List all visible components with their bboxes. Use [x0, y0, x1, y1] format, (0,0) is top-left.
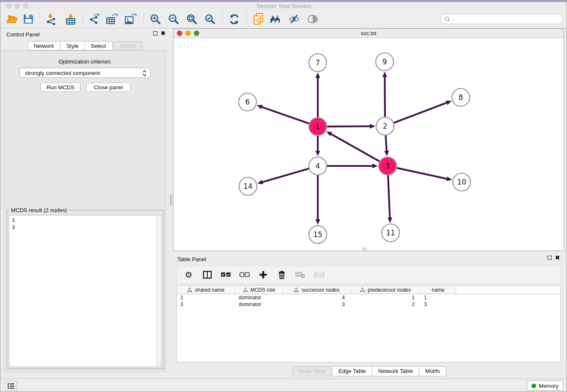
network-graph-canvas[interactable]: 7968124314101511 — [174, 38, 563, 251]
graph-node-label: 7 — [316, 58, 320, 67]
import-table-icon — [65, 13, 77, 25]
cell-successor-nodes[interactable]: 3 — [283, 301, 351, 308]
cell-shared-name[interactable]: 3 — [177, 301, 235, 308]
tab-motifs[interactable]: Motifs — [419, 366, 446, 376]
save-session-button[interactable] — [22, 13, 35, 25]
edge-1-6[interactable] — [262, 107, 309, 124]
edge-arrowhead — [257, 180, 263, 185]
tab-network-table[interactable]: Network Table — [372, 366, 419, 376]
tab-mcds[interactable]: MCDS — [114, 41, 143, 50]
criterion-select[interactable]: strongly connected component — [19, 68, 151, 78]
cell-name[interactable]: 3 — [421, 301, 456, 308]
hide-selected-button[interactable] — [287, 13, 301, 25]
column-header-name[interactable]: name — [421, 286, 456, 294]
run-mcds-button[interactable]: Run MCDS — [41, 83, 80, 92]
export-table-button[interactable] — [105, 13, 119, 25]
cell-predecessor-nodes[interactable]: 1 — [351, 294, 421, 301]
tab-edge-table[interactable]: Edge Table — [333, 366, 372, 376]
edge-3-10[interactable] — [396, 168, 446, 179]
export-network-button[interactable] — [88, 13, 101, 25]
edge-2-8[interactable] — [394, 103, 447, 123]
copy-network-button[interactable] — [252, 13, 265, 25]
result-scrollbar[interactable] — [156, 215, 162, 367]
select-stepper-icon — [142, 69, 147, 78]
first-neighbors-button[interactable] — [269, 13, 282, 25]
split-pane-icon — [203, 271, 212, 279]
mcds-result-group: MCDS result (2 nodes) 1 3 — [7, 210, 164, 369]
edge-2-3[interactable] — [385, 135, 386, 151]
graph-node-label: 8 — [459, 93, 463, 102]
column-type-icon — [294, 287, 299, 293]
column-label: predecessor nodes — [368, 287, 411, 293]
global-search[interactable] — [440, 14, 563, 24]
export-image-button[interactable] — [124, 13, 138, 25]
close-panel-icon[interactable]: ✖ — [161, 31, 165, 36]
column-header-shared-name[interactable]: shared name — [177, 286, 235, 294]
cell-successor-nodes[interactable]: 4 — [283, 294, 351, 301]
show-all-button[interactable] — [306, 13, 319, 25]
save-session-icon — [23, 14, 34, 25]
column-type-icon — [243, 287, 248, 293]
tab-style[interactable]: Style — [61, 41, 85, 50]
select-all-columns-button[interactable] — [221, 270, 231, 280]
cell-mcds-role[interactable]: dominator — [235, 294, 283, 301]
node-table[interactable]: shared nameMCDS rolesuccessor nodesprede… — [176, 285, 561, 362]
delete-column-button[interactable] — [277, 270, 287, 280]
open-session-icon — [6, 14, 18, 25]
graph-node-label: 1 — [316, 122, 320, 131]
column-header-successor-nodes[interactable]: successor nodes — [283, 286, 351, 294]
close-panel-button[interactable]: Close panel — [86, 83, 130, 92]
mcds-tab-content: Optimization criterion: strongly connect… — [4, 50, 166, 372]
open-session-button[interactable] — [6, 13, 19, 25]
zoom-selected-icon — [204, 14, 216, 25]
import-table-button[interactable] — [64, 13, 77, 25]
graph-node-label: 10 — [457, 178, 466, 186]
global-search-input[interactable] — [453, 16, 559, 22]
mcds-result-values: 1 3 — [12, 216, 15, 231]
network-window-titlebar[interactable]: × − + scc.txt — [173, 29, 564, 38]
zoom-fit-button[interactable] — [185, 13, 198, 25]
edge-3-1[interactable] — [331, 134, 379, 162]
edge-arrowhead — [316, 72, 320, 78]
cell-predecessor-nodes[interactable]: 2 — [351, 301, 421, 308]
table-settings-button[interactable]: ⚙ — [184, 270, 194, 280]
import-network-button[interactable] — [44, 13, 58, 25]
canvas-hscroll-thumb[interactable] — [362, 248, 366, 250]
create-column-button[interactable] — [258, 270, 268, 280]
cell-name[interactable]: 1 — [421, 294, 456, 301]
tab-network[interactable]: Network — [28, 41, 61, 50]
show-column-panel-button[interactable] — [202, 270, 212, 280]
plus-icon — [259, 271, 267, 279]
control-panel: Control Panel ✖ NetworkStyleSelectMCDS O… — [0, 28, 170, 377]
toolbar-separator — [247, 12, 247, 26]
edge-2-9[interactable] — [385, 77, 385, 117]
tab-select[interactable]: Select — [85, 41, 113, 50]
control-panel-tabs: NetworkStyleSelectMCDS — [0, 41, 170, 50]
graph-node-label: 6 — [245, 98, 250, 106]
cell-shared-name[interactable]: 1 — [177, 294, 235, 301]
mcds-result-title: MCDS result (2 nodes) — [9, 207, 69, 213]
float-table-panel-icon[interactable] — [548, 256, 552, 260]
export-network-icon — [88, 13, 100, 25]
tab-node-table[interactable]: Node Table — [292, 366, 333, 376]
memory-button[interactable]: Memory — [527, 381, 563, 391]
cell-mcds-role[interactable]: dominator — [235, 301, 283, 308]
table-row[interactable]: 1dominator411 — [177, 294, 560, 301]
table-row[interactable]: 3dominator323 — [177, 301, 560, 308]
close-table-panel-icon[interactable]: ✖ — [555, 256, 560, 260]
float-panel-icon[interactable] — [153, 31, 157, 36]
refresh-button[interactable] — [227, 13, 241, 25]
unselect-all-columns-button[interactable] — [239, 270, 250, 280]
column-header-mcds-role[interactable]: MCDS role — [235, 286, 283, 294]
zoom-in-button[interactable] — [149, 13, 162, 25]
panel-splitter-handle[interactable] — [170, 194, 172, 205]
edge-4-14[interactable] — [263, 168, 309, 182]
toolbar-separator — [83, 12, 83, 26]
graph-node-label: 11 — [386, 229, 395, 237]
edge-3-11[interactable] — [388, 175, 390, 218]
task-history-button[interactable] — [5, 381, 17, 391]
edge-1-2[interactable] — [327, 126, 370, 127]
zoom-out-button[interactable] — [167, 13, 180, 25]
column-header-predecessor-nodes[interactable]: predecessor nodes — [351, 286, 421, 294]
zoom-selected-button[interactable] — [203, 13, 217, 25]
